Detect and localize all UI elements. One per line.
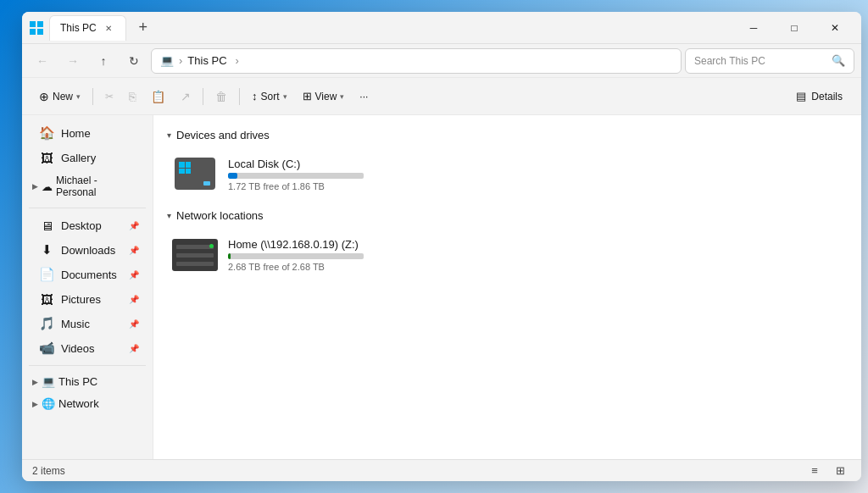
view-label: View xyxy=(315,91,337,102)
sidebar-divider-1 xyxy=(29,208,146,208)
network-drive-icon xyxy=(174,237,216,273)
pin-icon-videos: 📌 xyxy=(129,344,139,353)
delete-button[interactable]: 🗑 xyxy=(209,83,234,110)
share-button[interactable]: ↗ xyxy=(174,83,198,110)
sidebar-item-downloads[interactable]: ⬇ Downloads 📌 xyxy=(25,238,149,262)
sidebar-home-label: Home xyxy=(61,127,91,140)
local-disk-icon xyxy=(174,157,216,192)
local-disk-bar-container xyxy=(228,173,364,179)
sidebar-this-pc-label: This PC xyxy=(58,375,97,388)
network-section-chevron-icon: ▾ xyxy=(167,211,171,220)
sidebar-item-this-pc[interactable]: ▶ 💻 This PC xyxy=(25,371,149,392)
sort-button[interactable]: ↕ Sort ▾ xyxy=(245,83,294,110)
documents-icon: 📄 xyxy=(39,267,54,282)
new-icon: ⊕ xyxy=(39,90,49,103)
sidebar-item-music[interactable]: 🎵 Music 📌 xyxy=(25,312,149,335)
view-chevron: ▾ xyxy=(340,92,344,101)
sidebar-gallery-label: Gallery xyxy=(61,152,96,164)
devices-section-header: ▾ Devices and drives xyxy=(167,129,848,141)
svg-rect-1 xyxy=(37,21,43,27)
paste-icon: 📋 xyxy=(151,90,165,103)
window-icon xyxy=(29,20,44,36)
view-toggles: ≡ ⊞ xyxy=(804,462,851,480)
sidebar-item-home[interactable]: 🏠 Home xyxy=(25,121,149,145)
toolbar-separator-2 xyxy=(203,88,203,105)
maximize-button[interactable]: □ xyxy=(775,14,814,42)
cloud-icon: ☁ xyxy=(42,180,53,193)
search-icon: 🔍 xyxy=(832,54,845,67)
new-button[interactable]: ⊕ New ▾ xyxy=(32,83,87,110)
title-bar: This PC ✕ + ─ □ ✕ xyxy=(22,12,861,44)
close-button[interactable]: ✕ xyxy=(815,14,854,42)
network-chevron: ▶ xyxy=(32,400,38,408)
more-icon: ··· xyxy=(359,91,368,102)
search-bar[interactable]: Search This PC 🔍 xyxy=(685,48,854,74)
sidebar-item-videos[interactable]: 📹 Videos 📌 xyxy=(25,336,149,360)
minimize-button[interactable]: ─ xyxy=(734,14,773,42)
title-bar-left: This PC ✕ + xyxy=(29,15,734,41)
address-sep: › xyxy=(179,54,182,67)
sidebar-divider-2 xyxy=(29,365,146,366)
sidebar-documents-label: Documents xyxy=(61,269,117,281)
tab-close-button[interactable]: ✕ xyxy=(102,21,115,35)
local-disk-info: Local Disk (C:) 1.72 TB free of 1.86 TB xyxy=(228,158,364,191)
sidebar-item-michael[interactable]: ▶ ☁ Michael - Personal xyxy=(25,170,149,202)
sidebar-item-documents[interactable]: 📄 Documents 📌 xyxy=(25,263,149,286)
pin-icon-music: 📌 xyxy=(129,319,139,329)
new-tab-button[interactable]: + xyxy=(131,16,155,40)
network-drive-name: Home (\\192.168.0.19) (Z:) xyxy=(228,238,364,251)
this-pc-chevron: ▶ xyxy=(32,378,38,386)
sidebar-desktop-label: Desktop xyxy=(61,219,102,232)
tab-label: This PC xyxy=(60,22,97,34)
sidebar-music-label: Music xyxy=(61,318,90,330)
active-tab[interactable]: This PC ✕ xyxy=(49,15,126,41)
new-label: New xyxy=(53,91,73,102)
music-icon: 🎵 xyxy=(39,316,54,331)
refresh-button[interactable]: ↻ xyxy=(120,47,147,75)
copy-icon: ⎘ xyxy=(129,90,136,103)
network-drive-info: Home (\\192.168.0.19) (Z:) 2.68 TB free … xyxy=(228,238,364,272)
view-icon: ⊞ xyxy=(303,90,312,102)
share-icon: ↗ xyxy=(181,90,191,103)
sidebar-item-pictures[interactable]: 🖼 Pictures 📌 xyxy=(25,287,149,311)
sidebar-item-gallery[interactable]: 🖼 Gallery xyxy=(25,146,149,169)
details-label: Details xyxy=(811,91,843,102)
details-button[interactable]: ▤ Details xyxy=(787,86,851,107)
file-explorer-window: This PC ✕ + ─ □ ✕ ← → ↑ ↻ 💻 › This PC › … xyxy=(22,12,861,481)
sort-chevron: ▾ xyxy=(283,92,287,101)
sidebar-item-desktop[interactable]: 🖥 Desktop 📌 xyxy=(25,213,149,237)
list-view-button[interactable]: ≡ xyxy=(804,462,826,480)
network-drive-item[interactable]: Home (\\192.168.0.19) (Z:) 2.68 TB free … xyxy=(167,230,848,280)
back-button[interactable]: ← xyxy=(29,47,56,75)
sidebar-network-label: Network xyxy=(58,397,99,410)
paste-button[interactable]: 📋 xyxy=(144,83,172,110)
item-count: 2 items xyxy=(32,465,65,477)
local-disk-item[interactable]: Local Disk (C:) 1.72 TB free of 1.86 TB xyxy=(167,150,848,199)
up-button[interactable]: ↑ xyxy=(90,47,117,75)
svg-rect-2 xyxy=(30,29,36,35)
sidebar-downloads-label: Downloads xyxy=(61,244,115,257)
network-drive-bar-container xyxy=(228,253,364,259)
home-icon: 🏠 xyxy=(39,125,54,141)
pin-icon-downloads: 📌 xyxy=(129,246,139,255)
sidebar-michael-label: Michael - Personal xyxy=(56,174,139,198)
local-disk-name: Local Disk (C:) xyxy=(228,158,364,170)
devices-section-title: Devices and drives xyxy=(176,129,270,141)
network-section-header: ▾ Network locations xyxy=(167,209,848,222)
address-bar[interactable]: 💻 › This PC › xyxy=(151,48,682,74)
view-button[interactable]: ⊞ View ▾ xyxy=(296,83,352,110)
sidebar-item-network[interactable]: ▶ 🌐 Network xyxy=(25,393,149,414)
address-pc-icon: 💻 xyxy=(160,54,174,67)
network-drive-free: 2.68 TB free of 2.68 TB xyxy=(228,262,364,272)
address-location: This PC xyxy=(187,54,226,67)
main-layout: 🏠 Home 🖼 Gallery ▶ ☁ Michael - Personal … xyxy=(22,115,861,459)
forward-button[interactable]: → xyxy=(59,47,86,75)
more-button[interactable]: ··· xyxy=(353,83,375,110)
local-disk-free: 1.72 TB free of 1.86 TB xyxy=(228,181,364,191)
pin-icon-pictures: 📌 xyxy=(129,295,139,304)
copy-button[interactable]: ⎘ xyxy=(122,83,142,110)
window-controls: ─ □ ✕ xyxy=(734,14,854,42)
search-placeholder-text: Search This PC xyxy=(694,55,765,67)
tile-view-button[interactable]: ⊞ xyxy=(829,462,851,480)
cut-button[interactable]: ✂ xyxy=(98,83,120,110)
